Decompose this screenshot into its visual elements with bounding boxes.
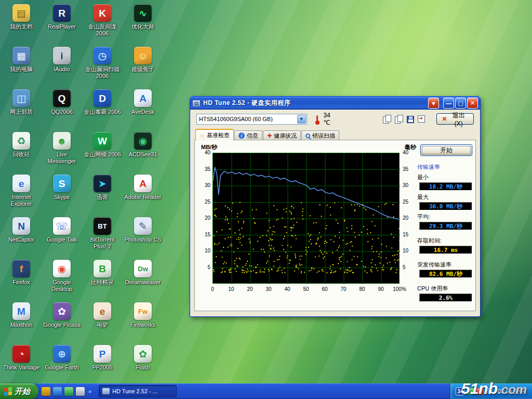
desktop-icon-Google-Desktop[interactable]: ◉Google Desktop [43, 260, 81, 292]
tab-health[interactable]: ✚ 健康状况 [263, 130, 301, 140]
desktop-icon-Google-Earth[interactable]: ⊕Google Earth [43, 345, 81, 371]
quicklaunch-expand-chevron[interactable]: » [87, 388, 92, 394]
desktop-icon-金山漏洞扫描-2006[interactable]: ◷金山漏洞扫描 2006 [83, 47, 122, 79]
desktop-icon-回收站[interactable]: ♻回收站 [2, 132, 41, 158]
quicklaunch-icon-4[interactable] [76, 387, 85, 396]
start-menu-button[interactable]: 开始 [0, 383, 38, 399]
desktop-icon-QQ2006[interactable]: QQQ2006 [43, 89, 81, 115]
icon-label: 比特精灵 [83, 279, 122, 286]
icon-glyph: ⊕ [53, 345, 71, 363]
desktop-icon-RealPlayer[interactable]: RRealPlayer [43, 4, 81, 30]
desktop-icon-PP2005[interactable]: PPP2005 [83, 345, 122, 371]
copy-screenshot-icon[interactable] [383, 115, 391, 123]
desktop-icon-超级兔子[interactable]: ☺超级兔子 [124, 47, 162, 73]
icon-label: Internet Explorer [2, 194, 41, 207]
desktop-icon-Flash[interactable]: ✿Flash [124, 345, 162, 371]
desktop-icon-Photoshop-CS[interactable]: ✎Photoshop CS [124, 217, 162, 243]
drive-select[interactable]: HTS541060G9SA00 (60 GB) ▼ [196, 114, 307, 125]
icon-label: 回收站 [2, 151, 41, 158]
quicklaunch-icon-1[interactable] [42, 387, 50, 396]
desktop-icon-BitTorrent-Plus-2[interactable]: BTBitTorrent Plus! 2 [83, 217, 122, 249]
desktop-icon-Dreamweaver[interactable]: DwDreamweaver [124, 260, 162, 286]
minimize-button[interactable]: — [443, 98, 454, 109]
exit-button[interactable]: ✕ 退出(X) [436, 113, 474, 125]
copy-text-icon[interactable] [395, 115, 403, 123]
desktop-icon-AveDesk[interactable]: AAveDesk [124, 89, 162, 115]
icon-glyph: Q [53, 89, 71, 107]
icon-label: Maxthon [2, 322, 41, 328]
titlebar[interactable]: ▤ HD Tune 2.52 - 硬盘实用程序 ▼ — ▢ ✕ [190, 97, 480, 110]
tab-error-scan[interactable]: 错误扫描 [301, 130, 339, 140]
close-button[interactable]: ✕ [467, 98, 478, 109]
taskbar: 开始 » HD Tune 2.52 - ... 34 02:10 上午 [0, 383, 532, 399]
desktop-icon-Fireworks[interactable]: FwFireworks [124, 302, 162, 328]
desktop-icon-Internet-Explorer[interactable]: eInternet Explorer [2, 175, 41, 207]
cpu-usage-label: CPU 使用率 [417, 285, 472, 292]
x-tick: 40 [284, 286, 290, 292]
access-time-value: 16.7 ms [419, 246, 472, 254]
desktop-icon-Google-Picasa[interactable]: ✿Google Picasa [43, 302, 81, 328]
desktop-icon-ACDSee31[interactable]: ◉ACDSee31 [124, 132, 162, 158]
desktop-icon-我的文档[interactable]: ▤我的文档 [2, 4, 41, 30]
desktop-icon-NetCaptor[interactable]: NNetCaptor [2, 217, 41, 243]
icon-glyph: ▦ [12, 47, 30, 64]
icon-glyph: ☺ [134, 47, 152, 64]
taskbar-task-hdtune[interactable]: HD Tune 2.52 - ... [99, 385, 177, 397]
chevron-down-icon[interactable]: ▼ [297, 115, 306, 124]
icon-glyph: ☏ [53, 217, 71, 235]
desktop-icon-比特精灵[interactable]: B比特精灵 [83, 260, 122, 286]
desktop-icon-我的电脑[interactable]: ▦我的电脑 [2, 47, 41, 73]
icon-label: RealPlayer [43, 23, 81, 30]
desktop-icon-Adobe-Reader[interactable]: AAdobe Reader [124, 175, 162, 201]
desktop-icon-网上邻居[interactable]: ◫网上邻居 [2, 89, 41, 115]
icon-label: 网上邻居 [2, 109, 41, 115]
y-tick: 35 [403, 166, 415, 172]
desktop-icon-Think-Vantage[interactable]: ◔Think Vantage [2, 345, 41, 371]
burst-rate-value: 82.6 MB/秒 [419, 270, 472, 278]
y-tick: 20 [198, 215, 210, 221]
quicklaunch-icon-3[interactable] [64, 387, 73, 396]
desktop-icon-Firefox[interactable]: fFirefox [2, 260, 41, 286]
desktop-icon-金山毒霸-2006[interactable]: D金山毒霸 2006 [83, 89, 122, 115]
magnifier-icon [305, 134, 310, 138]
benchmark-chart: MB/秒 毫秒 403530252015105 403530252015105 … [197, 142, 417, 302]
desktop-icon-Google-Talk[interactable]: ☏Google Talk [43, 217, 81, 243]
desktop-icon-电驴[interactable]: e电驴 [83, 302, 122, 328]
icon-glyph: Fw [134, 302, 152, 320]
watermark: 51nb.com [461, 380, 527, 397]
desktop-icon-iAudio[interactable]: iiAudio [43, 47, 81, 73]
y-tick: 40 [403, 150, 415, 155]
exit-label: 退出(X) [449, 111, 468, 127]
tab-info[interactable]: i 信息 [234, 130, 262, 140]
start-benchmark-button[interactable]: 开始 [420, 144, 472, 156]
desktop-icon-金山网镖-2006[interactable]: W金山网镖 2006 [83, 132, 122, 158]
icon-label: Think Vantage [2, 364, 41, 371]
health-cross-icon: ✚ [267, 133, 272, 139]
windows-flag-icon [4, 387, 12, 396]
desktop: ▤我的文档▦我的电脑◫网上邻居♻回收站eInternet ExplorerNNe… [0, 0, 532, 399]
save-screenshot-icon[interactable] [407, 116, 414, 123]
desktop-icon-Skype[interactable]: SSkype [43, 175, 81, 201]
x-tick: 50 [303, 286, 309, 292]
maximize-button[interactable]: ▢ [455, 98, 466, 109]
icon-glyph: P [94, 345, 111, 363]
icon-glyph: Dw [134, 260, 152, 277]
icon-glyph: K [94, 4, 111, 22]
icon-glyph: ➤ [94, 175, 111, 192]
skin-menu-button[interactable]: ▼ [428, 98, 439, 109]
desktop-icon-Maxthon[interactable]: MMaxthon [2, 302, 41, 328]
icon-label: 超级兔子 [124, 66, 162, 73]
desktop-icon-迅雷[interactable]: ➤迅雷 [83, 175, 122, 201]
export-icon[interactable] [418, 115, 425, 123]
tab-benchmark[interactable]: ☼ 基准检查 [195, 129, 234, 140]
desktop-icon-Live-Messenger[interactable]: ☻Live Messenger [43, 132, 81, 164]
icon-label: NetCaptor [2, 236, 41, 243]
icon-glyph: f [12, 260, 30, 277]
min-transfer-value: 18.2 MB/秒 [419, 182, 472, 191]
desktop-icon-优化大师[interactable]: ∿优化大师 [124, 4, 162, 30]
icon-glyph: D [94, 89, 111, 107]
desktop-icon-金山反间谍-2006[interactable]: K金山反间谍 2006 [83, 4, 122, 36]
icon-glyph: B [94, 260, 111, 277]
quicklaunch-icon-2[interactable] [53, 387, 62, 396]
icon-label: 优化大师 [124, 23, 162, 30]
